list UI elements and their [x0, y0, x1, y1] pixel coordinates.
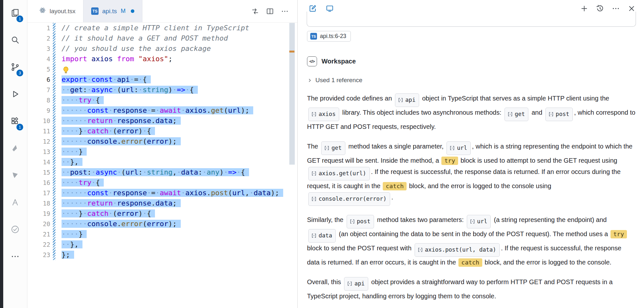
activity-source-control[interactable]: 3 — [3, 54, 27, 81]
activity-search[interactable] — [3, 27, 27, 54]
line-number[interactable]: 10 — [27, 116, 50, 126]
line-number[interactable]: 21 — [27, 229, 50, 239]
reference-chip[interactable]: TS api.ts:6-23 — [307, 31, 351, 42]
editor-scrollbar[interactable] — [289, 23, 295, 165]
symbol-chip[interactable]: get — [321, 141, 345, 155]
symbol-chip[interactable]: data — [308, 229, 336, 243]
line-number[interactable]: 4 — [27, 54, 50, 64]
code-line-6[interactable]: 6export·const·api·=·{ — [27, 74, 297, 85]
unsaved-dot[interactable] — [131, 9, 134, 13]
line-number[interactable]: 18 — [27, 198, 50, 208]
selection-highlight: ······return·response.data; — [62, 199, 181, 207]
symbol-chip[interactable]: url — [467, 215, 491, 228]
code-text: ··get:·async·(url:·string)·=>·{ — [62, 85, 198, 95]
lightbulb-icon[interactable] — [62, 66, 70, 74]
tab-label: api.ts — [102, 8, 117, 15]
code-line-21[interactable]: 21····} — [27, 229, 297, 239]
symbol-chip[interactable]: url — [447, 141, 471, 155]
code-text: // it should have a GET and POST method — [62, 33, 228, 43]
code-line-20[interactable]: 20······console.error(error); — [27, 219, 297, 229]
code-area[interactable]: 1// create a simple HTTP client in TypeS… — [27, 23, 297, 308]
code-line-9[interactable]: 9······const·response·=·await·axios.get(… — [27, 105, 297, 116]
activity-check-circle[interactable] — [3, 217, 27, 244]
line-number[interactable]: 17 — [27, 188, 50, 198]
code-line-4[interactable]: 4import axios from "axios"; — [27, 54, 297, 64]
line-number[interactable]: 15 — [27, 167, 50, 178]
line-number[interactable]: 3 — [27, 43, 50, 54]
code-line-8[interactable]: 8····try·{ — [27, 95, 297, 105]
references-toggle[interactable]: Used 1 reference — [307, 77, 636, 84]
run-debug-icon — [10, 89, 20, 100]
activity-extension-a[interactable] — [3, 135, 27, 162]
symbol-chip[interactable]: get — [505, 108, 529, 121]
more-icon[interactable] — [281, 7, 289, 15]
symbol-chip[interactable]: api — [344, 277, 368, 291]
line-number[interactable]: 6 — [27, 74, 50, 85]
code-line-14[interactable]: 14··}, — [27, 157, 297, 167]
editor-actions — [251, 0, 297, 22]
code-line-22[interactable]: 22··}, — [27, 239, 297, 250]
code-line-7[interactable]: 7··get:·async·(url:·string)·=>·{ — [27, 85, 297, 95]
code-text: ····}·catch·(error)·{ — [62, 126, 155, 136]
extension-a-icon — [10, 143, 20, 154]
symbol-icon — [507, 111, 513, 117]
code-line-16[interactable]: 16····try·{ — [27, 178, 297, 188]
split-editor-icon[interactable] — [266, 7, 274, 15]
line-number[interactable]: 12 — [27, 136, 50, 147]
tab-layout.tsx[interactable]: layout.tsx — [31, 0, 83, 22]
activity-run-debug[interactable] — [3, 81, 27, 108]
open-changes-icon[interactable] — [251, 7, 259, 15]
code-text: ······return·response.data; — [62, 116, 181, 126]
git-change-bar — [53, 85, 55, 95]
code-line-3[interactable]: 3// you should use the axios package — [27, 43, 297, 54]
line-number[interactable]: 11 — [27, 126, 50, 136]
line-number[interactable]: 13 — [27, 147, 50, 157]
activity-extensions[interactable]: 1 — [3, 108, 27, 135]
react-component-icon — [39, 7, 46, 15]
line-number[interactable]: 5 — [27, 64, 50, 74]
activity-extension-b[interactable] — [3, 162, 27, 189]
code-line-19[interactable]: 19····}·catch·(error)·{ — [27, 208, 297, 219]
symbol-chip[interactable]: axios.post(url, data) — [415, 243, 500, 257]
code-line-13[interactable]: 13····} — [27, 147, 297, 157]
selection-highlight: ····}·catch·(error)·{ — [62, 127, 155, 135]
symbol-chip[interactable]: axios.get(url) — [308, 167, 370, 180]
activity-badge: 1 — [16, 15, 23, 22]
code-line-10[interactable]: 10······return·response.data; — [27, 116, 297, 126]
symbol-chip[interactable]: post — [545, 108, 573, 121]
line-number[interactable]: 22 — [27, 239, 50, 250]
code-line-11[interactable]: 11····}·catch·(error)·{ — [27, 126, 297, 136]
line-number[interactable]: 16 — [27, 178, 50, 188]
code-text — [62, 64, 70, 74]
code-line-12[interactable]: 12······console.error(error); — [27, 136, 297, 147]
activity-badge: 1 — [16, 124, 23, 130]
overview-ruler-modified-mark — [289, 51, 294, 53]
tab-api.ts[interactable]: TSapi.tsM — [83, 0, 142, 22]
activity-azure[interactable] — [3, 189, 27, 217]
line-number[interactable]: 2 — [27, 33, 50, 43]
activity-more[interactable] — [3, 244, 27, 271]
line-number[interactable]: 7 — [27, 85, 50, 95]
line-number[interactable]: 20 — [27, 219, 50, 229]
activity-explorer[interactable]: 1 — [3, 0, 27, 27]
code-line-18[interactable]: 18······return·response.data; — [27, 198, 297, 208]
symbol-chip[interactable]: post — [347, 215, 374, 228]
symbol-chip[interactable]: api — [395, 93, 419, 107]
line-number[interactable]: 14 — [27, 157, 50, 167]
git-change-bar — [53, 229, 55, 239]
code-line-5[interactable]: 5 — [27, 64, 297, 74]
code-line-1[interactable]: 1// create a simple HTTP client in TypeS… — [27, 23, 297, 33]
line-number[interactable]: 9 — [27, 105, 50, 116]
code-text: export·const·api·=·{ — [62, 74, 151, 85]
code-line-15[interactable]: 15··post:·async·(url:·string,·data:·any)… — [27, 167, 297, 178]
line-number[interactable]: 1 — [27, 23, 50, 33]
code-line-23[interactable]: 23}; — [27, 250, 297, 260]
code-line-2[interactable]: 2// it should have a GET and POST method — [27, 33, 297, 43]
symbol-chip[interactable]: axios — [308, 108, 339, 121]
line-number[interactable]: 19 — [27, 208, 50, 219]
line-number[interactable]: 23 — [27, 250, 50, 260]
workspace-title: Workspace — [322, 58, 356, 65]
code-line-17[interactable]: 17······const·response·=·await·axios.pos… — [27, 188, 297, 198]
symbol-chip[interactable]: console.error(error) — [308, 192, 390, 206]
line-number[interactable]: 8 — [27, 95, 50, 105]
